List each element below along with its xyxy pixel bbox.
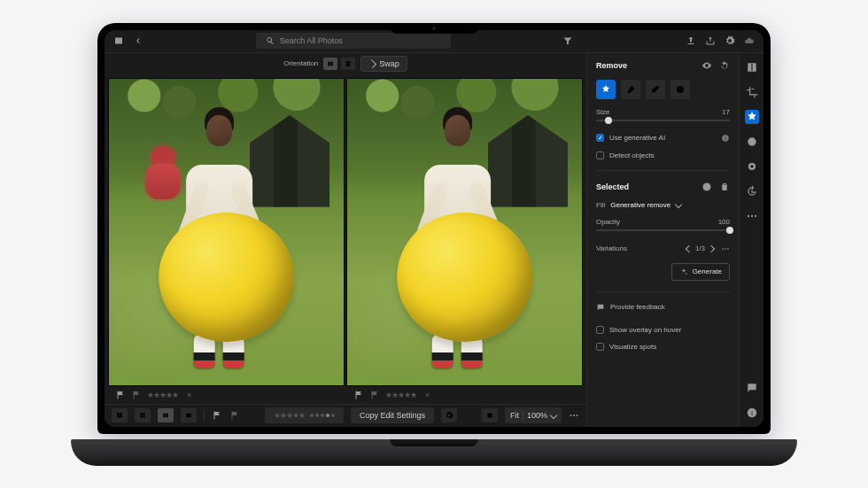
flag-pick-icon[interactable] <box>353 390 364 400</box>
display-notch <box>390 23 478 34</box>
divider <box>596 170 730 171</box>
ellipsis-icon[interactable] <box>569 410 579 421</box>
zoom-control[interactable]: Fit 100% <box>505 407 562 423</box>
upload-icon[interactable] <box>686 35 696 46</box>
generate-label: Generate <box>693 267 722 275</box>
search-placeholder: Search All Photos <box>280 36 343 45</box>
photo-before[interactable] <box>108 78 345 386</box>
settings-icon[interactable] <box>725 35 735 46</box>
size-value: 17 <box>722 108 730 116</box>
remove-tool-select-icon[interactable] <box>596 80 616 99</box>
checkbox-off-icon <box>596 326 604 334</box>
generate-button[interactable]: Generate <box>671 263 730 281</box>
cloud-sync-icon[interactable] <box>744 35 755 46</box>
filter-icon[interactable] <box>562 35 573 46</box>
provide-feedback-link[interactable]: Provide feedback <box>596 303 730 312</box>
orientation-vertical-icon[interactable] <box>341 58 355 70</box>
fill-dropdown[interactable]: Fill Generative remove <box>596 201 730 209</box>
remove-tool-eraser-icon[interactable] <box>646 80 665 99</box>
panel-header: Remove <box>596 60 730 71</box>
sparkle-icon <box>679 267 688 276</box>
rating-stars: ★★★★★ <box>274 411 305 420</box>
checkbox-on-icon <box>596 134 604 142</box>
detect-objects-checkbox[interactable]: Detect objects <box>596 151 730 159</box>
info-icon[interactable] <box>745 406 759 420</box>
swap-button[interactable]: Swap <box>360 56 407 72</box>
original-toggle-icon[interactable] <box>482 408 498 422</box>
more-icon[interactable] <box>745 209 759 223</box>
info-icon[interactable] <box>721 134 730 143</box>
opacity-value: 100 <box>718 218 730 226</box>
more-icon[interactable] <box>721 244 730 254</box>
flag-reject-icon[interactable] <box>229 410 240 421</box>
laptop-base <box>71 439 797 466</box>
color-label-dots[interactable] <box>310 414 335 417</box>
copy-edit-settings-label: Copy Edit Settings <box>360 411 425 420</box>
rating-stars[interactable]: ★★★★★ <box>385 391 416 399</box>
edit-sliders-icon[interactable] <box>745 60 759 74</box>
photo-icon[interactable] <box>113 35 124 46</box>
reset-icon[interactable] <box>719 60 730 71</box>
rating-pill[interactable]: ★★★★★ <box>265 407 344 423</box>
app-window: Search All Photos Orientation <box>105 30 763 427</box>
invert-icon[interactable] <box>701 182 712 192</box>
laptop-mockup: Search All Photos Orientation <box>97 23 771 466</box>
checkbox-off-icon <box>596 151 604 159</box>
edit-settings-gear-icon[interactable] <box>441 408 457 422</box>
photo-meta-before: ★★★★★ × <box>108 386 345 404</box>
size-label: Size <box>596 108 610 116</box>
view-compare-icon[interactable] <box>158 408 174 422</box>
remove-panel: Remove <box>587 53 739 427</box>
content-area: Orientation Swap <box>105 53 763 427</box>
mask-icon[interactable] <box>745 135 759 149</box>
main-column: Orientation Swap <box>105 53 586 427</box>
versions-icon[interactable] <box>745 184 759 198</box>
orientation-horizontal-icon[interactable] <box>323 58 337 70</box>
view-grid-icon[interactable] <box>135 408 151 422</box>
comment-icon[interactable] <box>745 381 759 395</box>
close-pane-icon[interactable]: × <box>187 391 191 399</box>
close-pane-icon[interactable]: × <box>425 391 430 399</box>
fit-label: Fit <box>510 411 519 420</box>
presets-icon[interactable] <box>745 159 759 174</box>
eye-icon[interactable] <box>701 60 712 71</box>
back-arrow-icon[interactable] <box>133 35 143 46</box>
copy-edit-settings-button[interactable]: Copy Edit Settings <box>351 407 434 423</box>
bottom-bar: ★★★★★ Copy Edit Settings Fit <box>105 404 586 427</box>
swap-label: Swap <box>379 59 399 68</box>
overlay-hover-checkbox[interactable]: Show overlay on hover <box>596 326 730 334</box>
share-icon[interactable] <box>705 35 716 46</box>
remove-tool-clone-icon[interactable] <box>670 80 690 99</box>
variations-stepper[interactable]: 1/3 <box>686 244 730 254</box>
top-bar-left <box>113 35 143 46</box>
remove-tool-brush-icon[interactable] <box>621 80 640 99</box>
variations-value: 1/3 <box>695 244 705 252</box>
crop-icon[interactable] <box>745 85 759 99</box>
flag-reject-icon[interactable] <box>131 390 142 400</box>
zoom-value: 100% <box>527 411 547 420</box>
chevron-down-icon <box>675 201 682 208</box>
flag-pick-icon[interactable] <box>115 390 126 400</box>
visualize-spots-checkbox[interactable]: Visualize spots <box>596 343 730 351</box>
compare-toolbar: Orientation Swap <box>105 53 586 74</box>
visualize-spots-label: Visualize spots <box>609 343 656 351</box>
size-slider[interactable] <box>596 116 730 125</box>
chevron-left-icon <box>686 244 693 252</box>
opacity-slider[interactable] <box>596 226 730 235</box>
trash-icon[interactable] <box>719 182 730 192</box>
search-input[interactable]: Search All Photos <box>256 33 451 49</box>
flag-pick-icon[interactable] <box>212 410 222 421</box>
photo-after[interactable] <box>346 78 583 386</box>
heal-icon[interactable] <box>745 110 759 124</box>
orientation-toggle[interactable] <box>323 58 355 70</box>
orientation-label: Orientation <box>283 59 318 67</box>
chevron-right-icon <box>708 244 715 252</box>
flag-reject-icon[interactable] <box>369 390 380 400</box>
compare-canvas: ★★★★★ × <box>105 74 586 404</box>
view-detail-icon[interactable] <box>181 408 197 422</box>
comment-icon <box>596 303 605 312</box>
use-generative-ai-checkbox[interactable]: Use generative AI <box>596 134 730 143</box>
rating-stars[interactable]: ★★★★★ <box>147 391 178 399</box>
fill-label: Fill <box>596 201 605 209</box>
filmstrip-toggle-icon[interactable] <box>112 408 128 422</box>
